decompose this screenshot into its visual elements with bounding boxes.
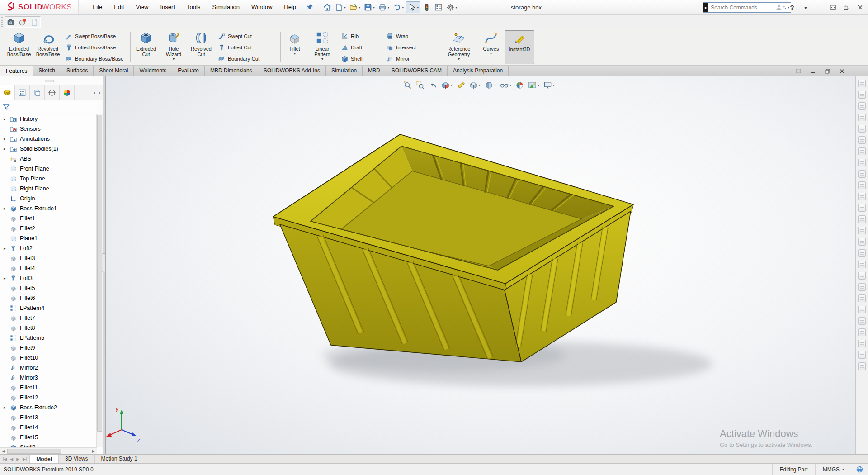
menu-item[interactable]: Window xyxy=(245,0,278,14)
tree-item[interactable]: ▸ Fillet11 xyxy=(0,383,97,393)
tree-item[interactable]: ▸ Fillet4 xyxy=(0,263,97,273)
dynamic-annotation-button[interactable] xyxy=(455,80,467,90)
menu-item[interactable]: Tools xyxy=(181,0,206,14)
curves-button[interactable]: Curves ▾ xyxy=(479,30,503,64)
menu-item[interactable]: View xyxy=(130,0,155,14)
command-tab[interactable]: MBD xyxy=(363,66,386,76)
open-button[interactable]: ▾ xyxy=(348,1,362,13)
task-pane-strip-icon[interactable] xyxy=(858,114,866,121)
doc-dock-button[interactable] xyxy=(794,67,803,75)
expand-arrow[interactable]: ▸ xyxy=(4,117,10,121)
undo-button[interactable]: ▾ xyxy=(392,1,405,13)
document-tab[interactable]: Motion Study 1 xyxy=(95,455,144,463)
prev-tab-arrow[interactable]: ◀ xyxy=(10,457,13,461)
task-pane-strip-icon[interactable] xyxy=(858,159,866,166)
menu-item[interactable]: Help xyxy=(278,0,302,14)
tree-vertical-scrollbar[interactable] xyxy=(96,114,103,447)
task-pane-strip-icon[interactable] xyxy=(858,181,866,189)
lofted-boss-base-button[interactable]: Lofted Boss/Base xyxy=(63,42,128,53)
task-pane-strip-icon[interactable] xyxy=(858,147,866,155)
tab-configuration-manager[interactable] xyxy=(30,85,45,100)
tree-horizontal-scrollbar[interactable]: ◀ ▶ xyxy=(0,447,97,454)
select-button[interactable]: ▾ xyxy=(406,1,420,13)
pin-menu-icon[interactable] xyxy=(307,4,314,11)
help-dropdown-caret[interactable]: ▾ xyxy=(800,2,811,13)
task-pane-strip-icon[interactable] xyxy=(858,170,866,178)
task-pane-strip-icon[interactable] xyxy=(858,102,866,110)
tree-item[interactable]: ▸ Mirror2 xyxy=(0,363,97,373)
rebuild-button[interactable] xyxy=(421,1,432,13)
tree-item[interactable]: ▸ Fillet9 xyxy=(0,343,97,353)
tree-item[interactable]: ▸ Annotations xyxy=(0,134,97,144)
menu-item[interactable]: File xyxy=(87,0,108,14)
view-settings-button[interactable]: ▾ xyxy=(542,80,556,90)
scroll-right-arrow[interactable]: ▶ xyxy=(90,449,97,453)
expand-arrow[interactable]: ▸ xyxy=(4,246,10,251)
tree-item[interactable]: ▸ Mirror3 xyxy=(0,373,97,383)
print-button[interactable]: ▾ xyxy=(377,1,391,13)
command-tab[interactable]: SOLIDWORKS CAM xyxy=(386,66,448,76)
intersect-button[interactable]: Intersect xyxy=(384,42,435,53)
menu-item[interactable]: Simulation xyxy=(206,0,245,14)
filter-funnel-icon[interactable] xyxy=(3,104,10,111)
snapshot-tool-icon[interactable] xyxy=(7,18,15,26)
menu-item[interactable]: Insert xyxy=(155,0,181,14)
status-globe-icon[interactable] xyxy=(856,466,863,473)
doc-restore-button[interactable] xyxy=(823,67,832,75)
swept-cut-button[interactable]: Swept Cut xyxy=(216,31,278,42)
task-pane-strip-icon[interactable] xyxy=(858,136,866,144)
tree-item[interactable]: ▸ Fillet13 xyxy=(0,413,97,423)
lofted-cut-button[interactable]: Lofted Cut xyxy=(216,42,278,53)
command-tab[interactable]: MBD Dimensions xyxy=(205,66,258,76)
previous-view-button[interactable] xyxy=(427,80,439,90)
tree-item[interactable]: ▸ ABS xyxy=(0,154,97,164)
tree-item[interactable]: ▸ Right Plane xyxy=(0,184,97,194)
swept-boss-base-button[interactable]: Swept Boss/Base xyxy=(63,31,128,42)
document-tab[interactable]: Model xyxy=(30,455,59,463)
scrollbar-thumb[interactable] xyxy=(97,115,102,432)
home-button[interactable] xyxy=(322,1,333,13)
command-tab[interactable]: Simulation xyxy=(326,66,363,76)
rib-button[interactable]: Rib xyxy=(339,31,382,42)
task-pane-strip-icon[interactable] xyxy=(858,215,866,223)
first-tab-arrow[interactable]: |◀ xyxy=(3,457,7,461)
scroll-left-arrow[interactable]: ◀ xyxy=(0,449,7,453)
extruded-boss-base-button[interactable]: Extruded Boss/Base xyxy=(5,30,33,64)
restore-button[interactable] xyxy=(841,2,852,13)
tab-property-manager[interactable] xyxy=(15,85,30,100)
task-pane-strip-icon[interactable] xyxy=(858,317,866,325)
tree-item[interactable]: ▸ Sensors xyxy=(0,124,97,134)
expand-arrow[interactable]: ▸ xyxy=(4,137,10,141)
shell-button[interactable]: Shell xyxy=(339,53,382,64)
curves-caret[interactable]: ▾ xyxy=(490,52,492,56)
tab-feature-manager[interactable] xyxy=(0,85,15,100)
hole-wizard-button[interactable]: Hole Wizard ▾ xyxy=(160,30,187,64)
task-pane-strip-icon[interactable] xyxy=(858,193,866,200)
mirror-button[interactable]: Mirror xyxy=(384,53,435,64)
expand-arrow[interactable]: ▸ xyxy=(4,405,10,410)
minimize-button[interactable] xyxy=(814,2,825,13)
tree-item[interactable]: ▸ Fillet14 xyxy=(0,423,97,432)
dock-window-button[interactable] xyxy=(827,2,838,13)
wrap-button[interactable]: Wrap xyxy=(384,31,435,42)
fillet-button[interactable]: Fillet ▾ xyxy=(283,30,307,64)
task-pane-strip-icon[interactable] xyxy=(858,328,866,336)
toolbar-grip[interactable] xyxy=(1,17,3,27)
tree-item[interactable]: ▸ Plane1 xyxy=(0,233,97,243)
view-orientation-button[interactable]: ▾ xyxy=(468,80,482,90)
task-pane-strip-icon[interactable] xyxy=(858,294,866,302)
settings-button[interactable]: ▾ xyxy=(445,1,458,13)
boundary-boss-base-button[interactable]: Boundary Boss/Base xyxy=(63,53,128,64)
revolved-cut-button[interactable]: Revolved Cut xyxy=(188,30,215,64)
expand-arrow[interactable]: ▸ xyxy=(4,276,10,280)
tree-item[interactable]: ▸ Fillet3 xyxy=(0,253,97,263)
command-tab[interactable]: Sketch xyxy=(33,66,61,76)
zoom-to-fit-button[interactable] xyxy=(402,80,413,90)
tree-item[interactable]: ▸ Origin xyxy=(0,194,97,204)
task-pane-strip-icon[interactable] xyxy=(858,306,866,314)
expand-arrow[interactable]: ▸ xyxy=(4,147,10,151)
user-account-button[interactable] xyxy=(773,2,784,13)
search-scope-icon[interactable]: ▸ xyxy=(703,3,708,12)
panel-tabs-scroll-left[interactable]: ‹ xyxy=(94,90,96,96)
boundary-cut-button[interactable]: Boundary Cut xyxy=(216,53,278,64)
